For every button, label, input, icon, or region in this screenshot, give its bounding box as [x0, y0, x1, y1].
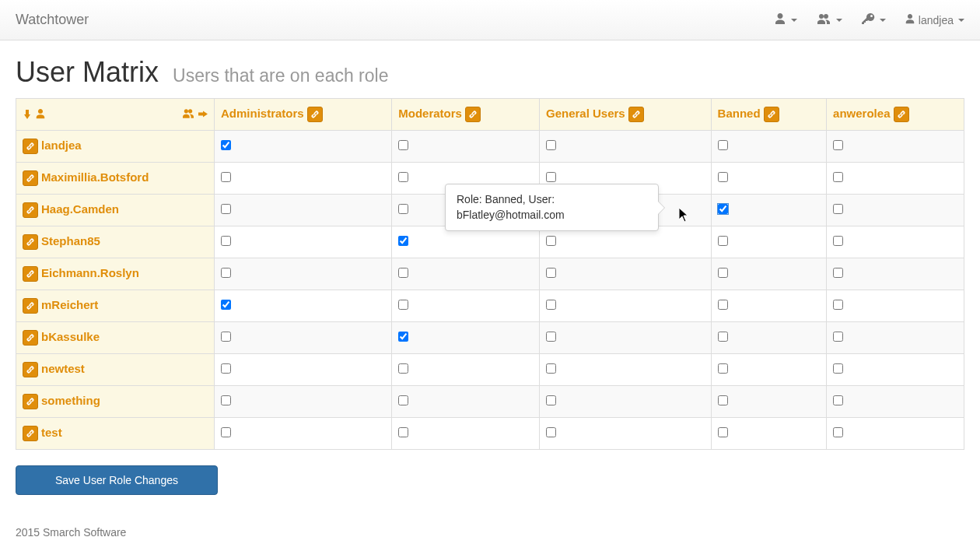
user-link[interactable]: something: [41, 394, 100, 407]
role-checkbox[interactable]: [398, 363, 408, 374]
role-checkbox[interactable]: [398, 236, 408, 246]
checkbox-cell: [392, 322, 540, 354]
role-checkbox[interactable]: [398, 140, 408, 150]
checkbox-cell: [215, 290, 392, 322]
table-row: Eichmann.Roslyn: [16, 258, 964, 290]
link-icon[interactable]: [307, 107, 323, 122]
checkbox-cell: [539, 322, 711, 354]
user-link[interactable]: mReichert: [41, 298, 98, 311]
save-button[interactable]: Save User Role Changes: [16, 465, 218, 495]
role-checkbox[interactable]: [833, 140, 843, 150]
nav-user-dropdown[interactable]: [774, 12, 797, 27]
role-checkbox[interactable]: [221, 268, 231, 278]
role-checkbox[interactable]: [398, 204, 408, 214]
page-title: User Matrix Users that are on each role: [16, 56, 964, 89]
role-checkbox[interactable]: [221, 332, 231, 342]
nav-current-user[interactable]: landjea: [905, 13, 964, 26]
role-checkbox[interactable]: [221, 300, 231, 310]
role-checkbox[interactable]: [718, 332, 728, 342]
user-link[interactable]: Eichmann.Roslyn: [41, 266, 139, 279]
role-checkbox[interactable]: [833, 300, 843, 310]
brand[interactable]: Watchtower: [16, 12, 89, 28]
nav-group-dropdown[interactable]: [816, 12, 842, 27]
user-link[interactable]: test: [41, 426, 62, 439]
role-checkbox[interactable]: [718, 172, 728, 182]
role-checkbox[interactable]: [221, 236, 231, 246]
role-checkbox[interactable]: [833, 332, 843, 342]
role-checkbox[interactable]: [546, 140, 556, 150]
link-icon[interactable]: [23, 266, 38, 282]
checkbox-cell: [215, 322, 392, 354]
role-checkbox[interactable]: [221, 140, 231, 150]
role-checkbox[interactable]: [546, 172, 556, 182]
role-header-label: General Users: [546, 107, 625, 120]
user-link[interactable]: Maximillia.Botsford: [41, 170, 149, 184]
user-link[interactable]: landjea: [41, 139, 82, 152]
role-checkbox[interactable]: [833, 395, 843, 405]
checkbox-cell: [711, 386, 827, 418]
checkbox-cell: [392, 131, 540, 163]
role-checkbox[interactable]: [398, 268, 408, 278]
role-checkbox[interactable]: [833, 268, 843, 278]
checkbox-cell: [215, 163, 392, 195]
header-role-column: Administrators: [215, 99, 392, 131]
link-icon[interactable]: [628, 107, 644, 122]
role-checkbox[interactable]: [718, 427, 728, 437]
role-checkbox[interactable]: [546, 236, 556, 246]
nav-key-dropdown[interactable]: [861, 12, 886, 27]
link-icon[interactable]: [23, 170, 38, 186]
role-checkbox[interactable]: [546, 268, 556, 278]
role-checkbox[interactable]: [398, 395, 408, 405]
role-checkbox[interactable]: [546, 332, 556, 342]
link-icon[interactable]: [764, 107, 779, 122]
role-checkbox[interactable]: [718, 140, 728, 150]
link-icon[interactable]: [23, 362, 38, 377]
checkbox-cell: [827, 354, 964, 386]
role-checkbox[interactable]: [398, 300, 408, 310]
role-checkbox[interactable]: [398, 427, 408, 437]
arrow-down-icon[interactable]: [23, 108, 32, 121]
role-header-label: Moderators: [398, 107, 462, 120]
role-checkbox[interactable]: [398, 332, 408, 342]
header-users-column: [16, 99, 215, 131]
user-cell: something: [16, 386, 215, 418]
link-icon[interactable]: [23, 426, 38, 441]
role-checkbox[interactable]: [221, 172, 231, 182]
role-checkbox[interactable]: [833, 172, 843, 182]
role-checkbox[interactable]: [718, 204, 728, 214]
role-checkbox[interactable]: [718, 395, 728, 405]
link-icon[interactable]: [23, 330, 38, 346]
role-checkbox[interactable]: [833, 236, 843, 246]
user-link[interactable]: newtest: [41, 362, 85, 375]
role-checkbox[interactable]: [221, 204, 231, 214]
link-icon[interactable]: [23, 202, 38, 218]
role-checkbox[interactable]: [546, 395, 556, 405]
user-link[interactable]: Haag.Camden: [41, 202, 119, 216]
role-checkbox[interactable]: [718, 268, 728, 278]
role-checkbox[interactable]: [833, 204, 843, 214]
role-checkbox[interactable]: [546, 427, 556, 437]
role-checkbox[interactable]: [398, 172, 408, 182]
arrow-right-icon[interactable]: [198, 108, 208, 121]
role-checkbox[interactable]: [718, 236, 728, 246]
link-icon[interactable]: [465, 107, 481, 122]
role-checkbox[interactable]: [221, 395, 231, 405]
user-link[interactable]: Stephan85: [41, 234, 100, 247]
role-checkbox[interactable]: [546, 363, 556, 374]
key-icon: [861, 12, 875, 27]
role-checkbox[interactable]: [221, 363, 231, 374]
link-icon[interactable]: [894, 107, 909, 122]
nav-username: landjea: [919, 14, 954, 26]
role-checkbox[interactable]: [833, 427, 843, 437]
link-icon[interactable]: [23, 298, 38, 314]
user-link[interactable]: bKassulke: [41, 330, 100, 343]
role-checkbox[interactable]: [718, 363, 728, 374]
role-checkbox[interactable]: [221, 427, 231, 437]
users-icon: [181, 108, 195, 121]
link-icon[interactable]: [23, 394, 38, 409]
role-checkbox[interactable]: [546, 300, 556, 310]
role-checkbox[interactable]: [833, 363, 843, 374]
link-icon[interactable]: [23, 139, 38, 154]
role-checkbox[interactable]: [718, 300, 728, 310]
link-icon[interactable]: [23, 234, 38, 250]
